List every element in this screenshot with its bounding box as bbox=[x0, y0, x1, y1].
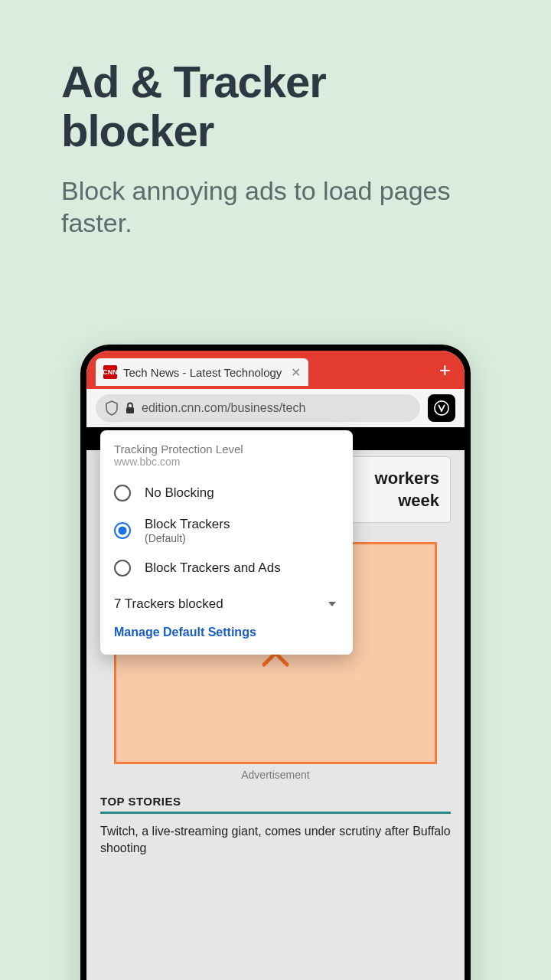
shield-icon[interactable] bbox=[105, 400, 119, 416]
tab-title: Tech News - Latest Technology bbox=[123, 366, 282, 379]
radio-icon bbox=[114, 560, 131, 577]
radio-icon bbox=[114, 485, 131, 501]
phone-screen: CNN Tech News - Latest Technology ✕ + ed… bbox=[86, 351, 465, 980]
radio-no-blocking[interactable]: No Blocking bbox=[100, 477, 353, 509]
new-tab-icon[interactable]: + bbox=[439, 358, 455, 382]
svg-rect-0 bbox=[126, 407, 134, 413]
popup-title: Tracking Protection Level bbox=[114, 443, 339, 456]
radio-label: Block Trackers and Ads bbox=[145, 560, 281, 576]
chevron-down-icon bbox=[328, 602, 336, 606]
svg-point-1 bbox=[435, 401, 448, 415]
browser-tab[interactable]: CNN Tech News - Latest Technology ✕ bbox=[96, 358, 308, 386]
trackers-count: 7 Trackers blocked bbox=[114, 596, 223, 612]
tab-strip: CNN Tech News - Latest Technology ✕ + bbox=[86, 351, 465, 389]
trackers-blocked-row[interactable]: 7 Trackers blocked bbox=[100, 584, 353, 619]
toolbar: edition.cnn.com/business/tech bbox=[86, 389, 465, 427]
lock-icon bbox=[125, 402, 135, 414]
manage-settings-link[interactable]: Manage Default Settings bbox=[100, 619, 353, 642]
phone-frame: CNN Tech News - Latest Technology ✕ + ed… bbox=[80, 345, 471, 980]
radio-label: Block Trackers bbox=[145, 517, 230, 532]
radio-icon bbox=[114, 522, 131, 539]
radio-block-trackers[interactable]: Block Trackers (Default) bbox=[100, 509, 353, 552]
top-stories-heading: TOP STORIES bbox=[100, 795, 451, 814]
close-tab-icon[interactable]: ✕ bbox=[291, 365, 301, 380]
favicon-icon: CNN bbox=[103, 365, 117, 379]
tracking-popup: Tracking Protection Level www.bbc.com No… bbox=[100, 430, 353, 655]
hero-title: Ad & Tracker blocker bbox=[0, 0, 551, 175]
hero-subtitle: Block annoying ads to load pages faster. bbox=[0, 175, 551, 240]
story-link[interactable]: Twitch, a live-streaming giant, comes un… bbox=[100, 823, 451, 856]
ad-label: Advertisement bbox=[100, 769, 451, 781]
url-bar[interactable]: edition.cnn.com/business/tech bbox=[96, 394, 420, 422]
radio-label: No Blocking bbox=[145, 485, 214, 501]
popup-domain: www.bbc.com bbox=[114, 456, 339, 468]
radio-sublabel: (Default) bbox=[145, 532, 230, 544]
radio-block-trackers-ads[interactable]: Block Trackers and Ads bbox=[100, 552, 353, 584]
url-text: edition.cnn.com/business/tech bbox=[142, 401, 305, 415]
vivaldi-menu-icon[interactable] bbox=[428, 394, 455, 422]
